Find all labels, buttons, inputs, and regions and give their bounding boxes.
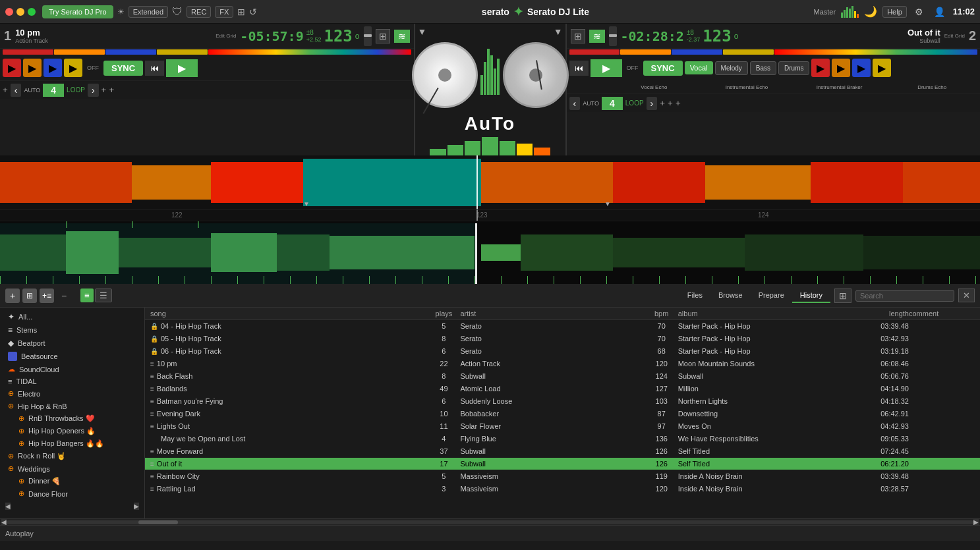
search-clear-button[interactable]: ✕: [958, 289, 975, 302]
grid-view-button[interactable]: ≡: [80, 289, 94, 302]
deck1-play-button[interactable]: ▶: [166, 59, 198, 77]
track-row[interactable]: ≡ Evening Dark 10 Bobabacker 87 Downsett…: [145, 408, 980, 420]
minimize-button[interactable]: [16, 8, 24, 16]
sidebar-item-hiphop-openers[interactable]: ⊕ Hip Hop Openers 🔥: [11, 425, 144, 437]
settings-button[interactable]: ⚙: [912, 5, 926, 18]
deck2-loop-next[interactable]: ›: [647, 97, 658, 110]
track-row[interactable]: 🔒 05 - Hip Hop Track 8 Serato 70 Starter…: [145, 333, 980, 345]
deck2-loop-prev[interactable]: ‹: [569, 97, 581, 110]
sidebar-item-beatport[interactable]: ◆ Beatport: [0, 337, 144, 350]
sidebar-item-stems[interactable]: ≡ Stems: [0, 323, 144, 337]
track-row[interactable]: ≡ Badlands 49 Atomic Load 127 Million 04…: [145, 383, 980, 395]
deck1-settings-icon[interactable]: ⊞: [376, 29, 390, 43]
col-header-length[interactable]: length: [863, 310, 909, 317]
deck1-loop-add[interactable]: +: [101, 85, 107, 95]
fx-vocal-button[interactable]: Vocal: [685, 61, 713, 74]
sidebar-up-button[interactable]: ◀: [5, 503, 11, 510]
deck2-loop-num[interactable]: 4: [602, 97, 623, 110]
cue-btn-1[interactable]: ▶: [3, 59, 21, 77]
deck1-loop-add2[interactable]: +: [109, 85, 114, 95]
tab-browse[interactable]: Browse: [710, 289, 751, 303]
platter-left[interactable]: [412, 42, 478, 108]
deck2-cue-btn-4[interactable]: ▶: [873, 59, 891, 77]
deck1-loop-left[interactable]: +: [3, 85, 8, 95]
deck2-prev-button[interactable]: ⏮: [569, 61, 589, 76]
deck2-waveform-icon[interactable]: ≋: [589, 30, 605, 43]
fx-drums-button[interactable]: Drums: [778, 61, 809, 75]
deck1-loop-prev[interactable]: ‹: [11, 84, 22, 97]
deck1-waveform-icon[interactable]: ≋: [394, 30, 410, 43]
sidebar-item-hiphop[interactable]: ⊕ Hip Hop & RnB: [0, 400, 144, 412]
sidebar-down-button[interactable]: ▶: [134, 503, 139, 510]
col-header-plays[interactable]: plays: [427, 310, 460, 317]
try-serato-button[interactable]: Try Serato DJ Pro: [42, 5, 113, 18]
deck2-play-button[interactable]: ▶: [591, 59, 622, 77]
deck2-cue-btn-3[interactable]: ▶: [852, 59, 871, 77]
fx-melody-button[interactable]: Melody: [715, 61, 748, 75]
sidebar-item-dancefloor[interactable]: ⊕ Dance Floor: [11, 487, 144, 500]
deck1-sync-button[interactable]: SYNC: [103, 61, 143, 76]
deck2-loop-add[interactable]: +: [660, 98, 665, 108]
deck1-loop-next[interactable]: ›: [88, 84, 99, 97]
fx-bass-button[interactable]: Bass: [750, 61, 776, 75]
deck2-loop-add2[interactable]: +: [668, 98, 673, 108]
add-track-button[interactable]: +≡: [40, 289, 54, 303]
track-row[interactable]: ≡ Lights Out 11 Solar Flower 97 Moves On…: [145, 420, 980, 433]
deck2-cue-btn-2[interactable]: ▶: [832, 59, 850, 77]
col-header-song[interactable]: song: [150, 310, 427, 317]
deck1-prev-button[interactable]: ⏮: [145, 61, 164, 76]
add-button[interactable]: +: [5, 289, 20, 303]
track-row[interactable]: 🔒 04 - Hip Hop Track 5 Serato 70 Starter…: [145, 320, 980, 333]
fx-button[interactable]: FX: [215, 6, 233, 18]
track-row[interactable]: 🔒 06 - Hip Hop Track 6 Serato 68 Starter…: [145, 345, 980, 358]
track-row[interactable]: ≡ Rattling Lad 3 Massiveism 120 Inside A…: [145, 483, 980, 495]
sidebar-item-tidal[interactable]: ≡ TIDAL: [0, 375, 144, 387]
list-view-button[interactable]: ☰: [95, 289, 112, 302]
tab-history[interactable]: History: [792, 289, 830, 303]
maximize-button[interactable]: [28, 8, 36, 16]
deck1-pitch-slider[interactable]: [364, 26, 372, 46]
sidebar-item-dinner[interactable]: ⊕ Dinner 🍕: [11, 475, 144, 487]
center-arrow-left[interactable]: ▼: [418, 26, 427, 37]
rec-button[interactable]: REC: [187, 6, 211, 18]
tab-prepare[interactable]: Prepare: [751, 289, 792, 303]
track-row[interactable]: ≡ Batman you're Fying 6 Suddenly Loose 1…: [145, 395, 980, 408]
sidebar-item-beatsource[interactable]: Beatsource: [0, 350, 144, 363]
col-header-comment[interactable]: comment: [909, 310, 975, 317]
sidebar-item-all[interactable]: ✦ All...: [0, 310, 144, 323]
sidebar-item-rnb-throwbacks[interactable]: ⊕ RnB Throwbacks ❤️: [11, 412, 144, 425]
track-row[interactable]: May we be Open and Lost 4 Flying Blue 13…: [145, 433, 980, 445]
deck2-settings-icon[interactable]: ⊞: [571, 29, 585, 43]
track-row[interactable]: ≡ 10 pm 22 Action Track 120 Moon Mountai…: [145, 358, 980, 370]
center-arrow-right[interactable]: ▼: [554, 26, 563, 37]
search-input[interactable]: [855, 290, 954, 302]
cue-btn-3[interactable]: ▶: [43, 59, 62, 77]
sidebar-item-rocknroll[interactable]: ⊕ Rock n Roll 🤘: [0, 450, 144, 462]
column-config-button[interactable]: ⊞: [834, 289, 851, 303]
track-row[interactable]: ≡ Out of it 17 Subwall 126 Self Titled 0…: [145, 458, 980, 470]
deck1-loop-num[interactable]: 4: [43, 84, 64, 97]
cue-btn-4[interactable]: ▶: [64, 59, 82, 77]
profile-button[interactable]: 👤: [931, 5, 948, 18]
cue-btn-2[interactable]: ▶: [23, 59, 42, 77]
track-row[interactable]: ≡ Rainbow City 5 Massiveism 119 Inside A…: [145, 470, 980, 483]
help-button[interactable]: Help: [882, 6, 907, 18]
remove-button[interactable]: −: [57, 289, 71, 303]
deck2-cue-btn-1[interactable]: ▶: [811, 59, 830, 77]
scroll-track[interactable]: [7, 520, 973, 524]
tab-files[interactable]: Files: [679, 289, 710, 303]
deck2-pitch-slider[interactable]: [609, 26, 617, 46]
col-header-album[interactable]: album: [678, 310, 863, 317]
close-button[interactable]: [5, 8, 13, 16]
extended-button[interactable]: Extended: [129, 6, 168, 18]
track-row[interactable]: ≡ Move Forward 37 Subwall 126 Self Title…: [145, 445, 980, 458]
platter-right[interactable]: [503, 42, 569, 108]
sidebar-item-weddings[interactable]: ⊕ Weddings: [0, 462, 144, 475]
sidebar-item-electro[interactable]: ⊕ Electro: [0, 387, 144, 400]
track-row[interactable]: ≡ Back Flash 8 Subwall 124 Subwall 05:06…: [145, 370, 980, 383]
col-header-artist[interactable]: artist: [460, 310, 645, 317]
sidebar-item-hiphop-bangers[interactable]: ⊕ Hip Hop Bangers 🔥🔥: [11, 437, 144, 450]
horizontal-scrollbar[interactable]: ◀ ▶: [0, 518, 980, 525]
deck2-loop-add3[interactable]: +: [676, 98, 681, 108]
sidebar-item-soundcloud[interactable]: ☁ SoundCloud: [0, 363, 144, 375]
